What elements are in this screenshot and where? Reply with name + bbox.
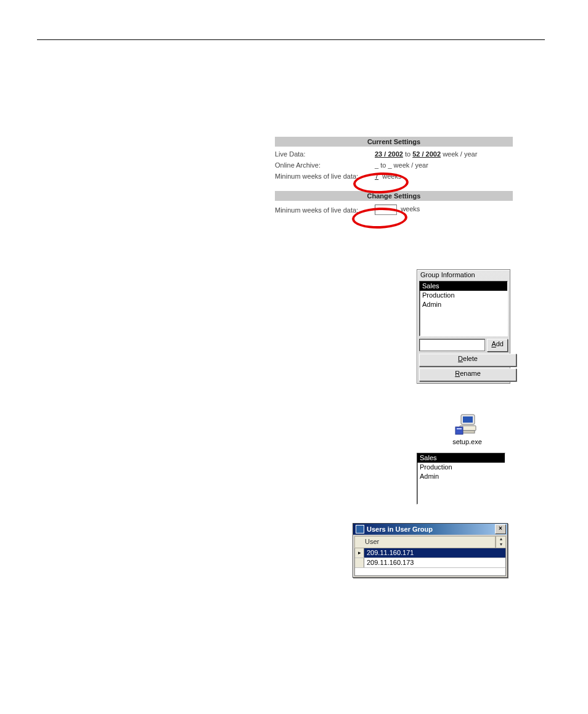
list-item[interactable]: Sales	[417, 453, 505, 463]
setup-exe-label: setup.exe	[443, 438, 492, 445]
list-item[interactable]: Admin	[420, 300, 507, 309]
min-weeks-current: 7 weeks	[375, 172, 401, 180]
page-rule	[37, 39, 545, 40]
live-from: 23 / 2002	[375, 150, 403, 158]
group-name-input[interactable]	[419, 339, 485, 351]
list-item[interactable]: Admin	[417, 472, 505, 481]
group-information-panel: Group Information Sales Production Admin…	[417, 269, 510, 384]
row-indicator-icon	[355, 558, 364, 567]
min-weeks-value: 7	[375, 172, 378, 180]
delete-button[interactable]: Delete	[419, 354, 517, 367]
setup-exe-icon[interactable]: setup.exe	[443, 413, 492, 445]
rename-button[interactable]: Rename	[419, 368, 517, 381]
app-icon	[356, 525, 364, 533]
computer-setup-icon	[455, 413, 480, 436]
add-mnemonic: A	[491, 340, 496, 347]
column-header-user[interactable]: User	[355, 537, 496, 548]
column-nav[interactable]: ▴ ▾	[496, 537, 505, 548]
row-indicator-icon: ▸	[355, 548, 364, 558]
live-data-label: Live Data:	[275, 150, 375, 158]
list-item[interactable]: Production	[417, 463, 505, 472]
group-list-small[interactable]: Sales Production Admin	[417, 453, 505, 505]
add-label: dd	[496, 340, 504, 347]
group-list[interactable]: Sales Production Admin	[419, 281, 508, 336]
chevron-down-icon[interactable]: ▾	[496, 542, 505, 548]
cell-user[interactable]: 209.11.160.171	[364, 548, 505, 558]
close-button[interactable]: ×	[495, 524, 506, 534]
min-weeks-input[interactable]	[375, 205, 397, 215]
users-in-group-window: Users in User Group × User ▴ ▾ ▸ 209.11.…	[353, 523, 508, 578]
rename-mnemonic: R	[455, 370, 460, 377]
live-data-value: 23 / 2002 to 52 / 2002 week / year	[375, 150, 477, 158]
min-weeks-change: weeks	[375, 205, 420, 215]
titlebar[interactable]: Users in User Group ×	[353, 524, 507, 535]
min-weeks-label-2: Mininum weeks of live data:	[275, 206, 375, 214]
grid-header: User ▴ ▾	[354, 536, 506, 548]
svg-rect-5	[457, 428, 462, 429]
cell-user[interactable]: 209.11.160.173	[364, 558, 505, 567]
online-archive-value: _ to _ week / year	[375, 161, 428, 169]
users-grid[interactable]: ▸ 209.11.160.171 209.11.160.173	[354, 548, 506, 576]
delete-mnemonic: D	[458, 355, 463, 362]
weeks-word-2: weeks	[401, 205, 420, 213]
add-button[interactable]: Add	[487, 339, 508, 352]
live-to: 52 / 2002	[412, 150, 441, 158]
min-weeks-label: Mininum weeks of live data:	[275, 172, 375, 180]
delete-label: elete	[463, 355, 478, 362]
list-item[interactable]: Production	[420, 291, 507, 300]
table-row[interactable]: 209.11.160.173	[355, 558, 505, 568]
live-suffix: week / year	[443, 150, 477, 158]
window-title: Users in User Group	[367, 525, 433, 533]
table-row[interactable]: ▸ 209.11.160.171	[355, 548, 505, 558]
svg-rect-4	[455, 427, 463, 434]
list-item[interactable]: Sales	[420, 282, 507, 291]
live-to-word: to	[405, 150, 410, 158]
settings-panel: Current Settings Live Data: 23 / 2002 to…	[275, 137, 513, 215]
weeks-word-1: weeks	[382, 172, 401, 180]
current-settings-header: Current Settings	[275, 137, 513, 147]
rename-label: ename	[460, 370, 481, 377]
group-information-title: Group Information	[419, 270, 508, 281]
online-archive-label: Online Archive:	[275, 161, 375, 169]
svg-rect-1	[463, 416, 473, 423]
change-settings-header: Change Settings	[275, 191, 513, 201]
